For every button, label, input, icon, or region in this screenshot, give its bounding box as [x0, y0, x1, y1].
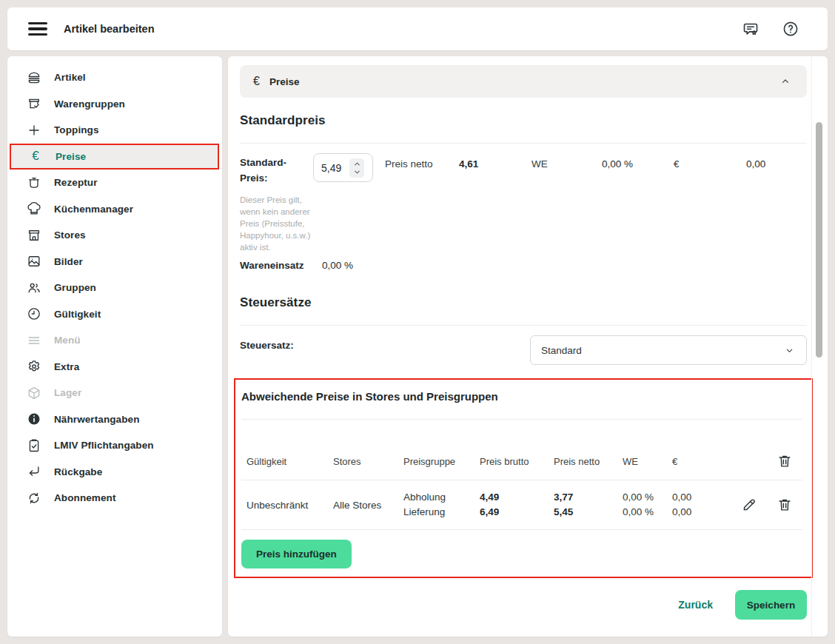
table-cell-line: 0,00 %	[623, 505, 672, 520]
sidebar-item-extra[interactable]: Extra	[7, 354, 222, 380]
table-body: UnbeschränktAlle StoresAbholungLieferung…	[240, 480, 802, 530]
standardpreis-helper-text: Dieser Preis gilt, wenn kein anderer Pre…	[240, 194, 311, 253]
wareneinsatz-row: Wareneinsatz 0,00 %	[240, 260, 807, 271]
accordion-preise-header[interactable]: € Preise	[240, 65, 807, 98]
delete-all-button[interactable]	[777, 452, 794, 470]
save-button[interactable]: Speichern	[735, 590, 807, 620]
trash-icon	[777, 453, 794, 469]
divider	[240, 143, 807, 144]
sidebar-item-kuechenmanager[interactable]: Küchenmanager	[7, 196, 222, 223]
table-cell-line: Abholung	[403, 490, 480, 505]
sidebar-item-stores[interactable]: Stores	[7, 222, 222, 249]
sidebar-item-bilder[interactable]: Bilder	[7, 249, 222, 275]
sidebar-item-gruppen[interactable]: Gruppen	[7, 275, 222, 301]
chevron-up-icon	[779, 75, 792, 88]
scrollbar-thumb[interactable]	[816, 122, 822, 358]
table-cell: 3,775,45	[554, 490, 623, 520]
table-header-row: Gültigkeit Stores Preisgruppe Preis brut…	[240, 420, 802, 480]
image-icon	[27, 254, 41, 269]
sidebar-item-warengruppen[interactable]: Warengruppen	[7, 91, 222, 118]
pencil-icon	[741, 497, 759, 513]
burger-icon	[27, 70, 41, 85]
table-cell: AbholungLieferung	[403, 490, 480, 520]
sidebar-item-label: Lager	[54, 387, 81, 398]
plus-icon	[27, 123, 41, 138]
sidebar-item-label: Warengruppen	[54, 98, 125, 110]
table-cell: 4,496,49	[480, 490, 554, 520]
steuersatz-label: Steuersatz:	[240, 340, 294, 361]
table-cell: Alle Stores	[333, 500, 403, 511]
help-icon[interactable]	[782, 20, 799, 38]
clock-icon	[27, 306, 41, 321]
refresh-icon	[27, 491, 41, 506]
stepper-up-icon[interactable]	[353, 160, 361, 168]
sidebar-item-label: Bilder	[54, 256, 83, 267]
abweichende-heading: Abweichende Preise in Stores und Preisgr…	[241, 390, 802, 403]
number-stepper[interactable]	[349, 158, 364, 178]
table-cell-line: 4,49	[480, 490, 554, 505]
clipboard-check-icon	[27, 438, 41, 453]
add-price-button[interactable]: Preis hinzufügen	[241, 540, 352, 568]
sidebar-item-label: Gültigkeit	[54, 309, 101, 320]
accordion-title: Preise	[269, 76, 300, 87]
abweichende-preise-section: Abweichende Preise in Stores und Preisgr…	[234, 378, 813, 578]
sidebar-item-abonnement[interactable]: Abonnement	[7, 485, 222, 511]
sidebar-item-naehrwertangaben[interactable]: Nährwertangaben	[7, 406, 222, 433]
feedback-message-icon[interactable]	[742, 20, 759, 38]
sidebar-item-rezeptur[interactable]: Rezeptur	[7, 170, 222, 196]
table-cell-line: 3,77	[554, 490, 623, 505]
sidebar-item-label: Nährwertangaben	[54, 414, 140, 425]
main-panel: € Preise Standardpreis Standard-Preis: P…	[228, 56, 828, 637]
stepper-down-icon[interactable]	[353, 168, 361, 176]
table-cell-line: 0,00	[672, 490, 730, 505]
back-button[interactable]: Zurück	[678, 599, 713, 611]
standardpreis-input[interactable]	[321, 162, 346, 174]
sidebar-item-lmiv-pflichtangaben[interactable]: LMIV Pflichtangaben	[7, 432, 222, 459]
euro-value: 0,00	[746, 153, 765, 170]
col-preis-brutto: Preis brutto	[480, 456, 554, 467]
edit-row-button[interactable]	[741, 496, 759, 514]
chevron-down-icon	[783, 344, 796, 357]
chef-hat-icon	[27, 201, 41, 216]
sidebar-nav: ArtikelWarengruppenToppings€PreiseRezept…	[7, 56, 222, 637]
sidebar-item-toppings[interactable]: Toppings	[7, 117, 222, 144]
sidebar-item-label: Extra	[54, 361, 79, 372]
table-cell: 0,000,00	[672, 490, 730, 520]
divider	[240, 325, 807, 326]
return-arrow-icon	[27, 464, 41, 479]
sidebar-item-label: Küchenmanager	[54, 204, 133, 215]
table-cell-line: Lieferung	[403, 505, 480, 520]
sidebar-item-menue: Menü	[7, 327, 222, 354]
steuersatz-select[interactable]: Standard	[530, 335, 807, 365]
standardpreis-label: Standard-Preis:	[240, 153, 313, 187]
hamburger-menu-icon[interactable]	[28, 22, 47, 36]
table-cell: Unbeschränkt	[247, 500, 333, 511]
sidebar-item-label: Menü	[54, 335, 81, 346]
euro-icon: €	[28, 149, 43, 164]
standardpreis-heading: Standardpreis	[240, 113, 807, 128]
sidebar-item-label: Toppings	[54, 124, 99, 135]
sidebar-item-label: Rückgabe	[54, 466, 102, 477]
sidebar-item-artikel[interactable]: Artikel	[7, 64, 222, 91]
table-cell: 0,00 %0,00 %	[623, 490, 672, 520]
info-icon	[27, 412, 41, 426]
box-check-icon	[27, 96, 41, 111]
delete-row-button[interactable]	[777, 496, 794, 514]
col-stores: Stores	[333, 456, 403, 467]
people-icon	[27, 281, 41, 295]
footer-actions: Zurück Speichern	[240, 590, 807, 620]
divider	[241, 529, 802, 530]
gear-icon	[27, 359, 41, 374]
sidebar-item-rueckgabe[interactable]: Rückgabe	[7, 459, 222, 486]
we-label: WE	[531, 153, 602, 170]
pot-icon	[27, 175, 41, 190]
sidebar-item-label: Preise	[56, 151, 86, 162]
top-bar: Artikel bearbeiten	[7, 7, 828, 50]
sidebar-item-preise[interactable]: €Preise	[10, 144, 219, 170]
sidebar-item-label: Stores	[54, 229, 86, 241]
wareneinsatz-value: 0,00 %	[322, 260, 353, 271]
sidebar-item-label: Gruppen	[54, 282, 96, 293]
sidebar-item-gueltigkeit[interactable]: Gültigkeit	[7, 301, 222, 328]
euro-icon: €	[253, 74, 260, 89]
cube-icon	[27, 386, 41, 400]
